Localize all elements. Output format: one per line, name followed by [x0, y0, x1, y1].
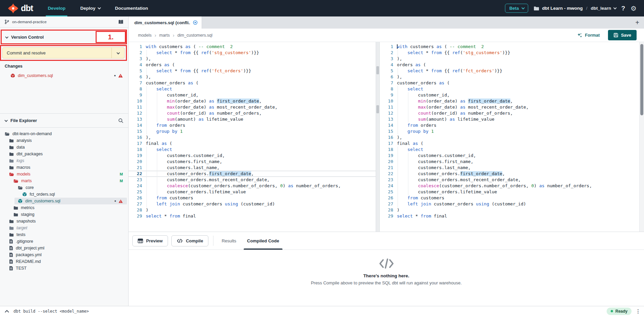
tree-item-test[interactable]: TEST: [0, 265, 128, 272]
code-line[interactable]: 11 max(order_date) as most_recent_order_…: [129, 104, 376, 110]
code-line[interactable]: 29select * from final: [380, 213, 639, 219]
code-line[interactable]: 25 customer_orders.lifetime_value: [380, 189, 639, 195]
code-line[interactable]: 13 sum(amount) as lifetime_value: [129, 116, 376, 122]
code-line[interactable]: 9 customer_id,: [380, 92, 639, 98]
code-line[interactable]: 20 customers.first_name,: [129, 159, 376, 165]
gear-icon[interactable]: ⚙: [631, 5, 637, 12]
dbt-logo[interactable]: dbt: [7, 3, 33, 14]
commit-and-resolve-button[interactable]: Commit and resolve: [2, 47, 125, 58]
code-line[interactable]: 15 group by 1: [129, 128, 376, 134]
code-line[interactable]: 3),: [380, 56, 639, 62]
tree-item-target[interactable]: target: [0, 225, 128, 231]
code-line[interactable]: 25 customer_orders.lifetime_value: [129, 189, 376, 195]
code-line[interactable]: 16),: [129, 134, 376, 141]
breadcrumb-models[interactable]: models: [138, 33, 151, 38]
project-selector[interactable]: dbt_learn: [591, 6, 616, 11]
code-line[interactable]: 24 coalesce(customer_orders.number_of_or…: [380, 183, 639, 189]
code-line[interactable]: 3),: [129, 56, 376, 62]
tree-item-fct-orders-sql[interactable]: fct_orders.sql: [0, 191, 128, 198]
code-line[interactable]: 1with customers as ( -- comment 2: [129, 44, 376, 50]
code-line[interactable]: 16),: [380, 134, 639, 141]
preview-button[interactable]: Preview: [132, 235, 168, 246]
code-line[interactable]: 20 customers.first_name,: [380, 159, 639, 165]
code-line[interactable]: 24 coalesce(customer_orders.number_of_or…: [129, 183, 376, 189]
scrollbar-thumb[interactable]: [376, 66, 379, 74]
breadcrumb-file[interactable]: dim_customers.sql: [177, 33, 212, 38]
code-line[interactable]: 14 from orders: [129, 122, 376, 128]
code-line[interactable]: 14 from orders: [380, 122, 639, 128]
tree-item-dbt-learn-on-demand[interactable]: dbt-learn-on-demand: [0, 130, 128, 137]
tree-item-dbt-project-yml[interactable]: dbt_project.yml: [0, 245, 128, 251]
help-icon[interactable]: ?: [621, 5, 625, 12]
code-line[interactable]: 27 left join customer_orders using (cust…: [380, 201, 639, 207]
code-line[interactable]: 13 sum(amount) as lifetime_value: [380, 116, 639, 122]
tree-item-macros[interactable]: macros: [0, 164, 128, 171]
docs-book-icon[interactable]: [118, 19, 124, 25]
commit-dropdown-toggle[interactable]: [111, 48, 124, 58]
tree-item-analysis[interactable]: analysis: [0, 137, 128, 144]
code-line[interactable]: 6),: [380, 74, 639, 80]
code-line[interactable]: 21 customers.last_name,: [129, 165, 376, 171]
code-line[interactable]: 2 select * from {{ ref('stg_customers')}…: [380, 50, 639, 56]
code-line[interactable]: 6),: [129, 74, 376, 80]
tree-item-snapshots[interactable]: snapshots: [0, 218, 128, 225]
branch-row[interactable]: on-demand-practice: [0, 16, 128, 28]
vertical-scrollbar[interactable]: [639, 42, 644, 232]
tree-item-staging[interactable]: staging: [0, 211, 128, 218]
nav-item-develop[interactable]: Develop: [47, 0, 66, 16]
chevron-up-icon[interactable]: [5, 310, 9, 313]
code-line[interactable]: 10 min(order_date) as first_order_date,: [380, 98, 639, 104]
code-line[interactable]: 9 customer_id,: [129, 92, 376, 98]
code-line[interactable]: 22 customer_orders.first_order_date,: [129, 171, 376, 177]
code-line[interactable]: 18 select: [129, 147, 376, 153]
code-editor-left[interactable]: 1with customers as ( -- comment 22 selec…: [129, 42, 376, 232]
code-line[interactable]: 7customer_orders as (: [129, 80, 376, 86]
new-tab-button[interactable]: +: [631, 19, 644, 27]
code-line[interactable]: 21 customers.last_name,: [380, 165, 639, 171]
code-line[interactable]: 8 select: [380, 86, 639, 92]
compile-button[interactable]: Compile: [171, 235, 208, 246]
code-line[interactable]: 11 max(order_date) as most_recent_order_…: [380, 104, 639, 110]
kebab-menu-icon[interactable]: ⋮: [636, 310, 641, 312]
tree-item-data[interactable]: data: [0, 144, 128, 151]
search-icon[interactable]: [118, 118, 124, 123]
code-line[interactable]: 12 count(order_id) as number_of_orders,: [129, 110, 376, 116]
code-line[interactable]: 18 select: [380, 147, 639, 153]
code-line[interactable]: 7customer_orders as (: [380, 80, 639, 86]
code-line[interactable]: 26 from customers: [380, 195, 639, 201]
tab-compiled-code[interactable]: Compiled Code: [244, 232, 282, 249]
scrollbar-thumb[interactable]: [640, 44, 643, 115]
beta-toggle[interactable]: Beta: [505, 4, 528, 13]
code-line[interactable]: 10 min(order_date) as first_order_date,: [129, 98, 376, 104]
tree-item-readme-md[interactable]: README.md: [0, 258, 128, 265]
code-line[interactable]: 5 select * from {{ ref('fct_orders')}}: [380, 68, 639, 74]
code-line[interactable]: 23 customer_orders.most_recent_order_dat…: [129, 177, 376, 183]
code-line[interactable]: 8 select: [129, 86, 376, 92]
code-line[interactable]: 23 customer_orders.most_recent_order_dat…: [380, 177, 639, 183]
tree-item-core[interactable]: core: [0, 184, 128, 191]
tree-item--gitignore[interactable]: .gitignore: [0, 238, 128, 245]
code-line[interactable]: 2 select * from {{ ref('stg_customers')}…: [129, 50, 376, 56]
tree-item-dbt-packages[interactable]: dbt_packages: [0, 151, 128, 157]
code-line[interactable]: 26 from customers: [129, 195, 376, 201]
save-button[interactable]: Save: [608, 30, 637, 40]
code-line[interactable]: 27 left join customer_orders using (cust…: [129, 201, 376, 207]
code-line[interactable]: 1with customers as ( -- comment 2: [380, 44, 639, 50]
code-line[interactable]: 4orders as (: [380, 62, 639, 68]
tree-item-dim-customers-sql[interactable]: dim_customers.sql•: [0, 198, 128, 204]
code-line[interactable]: 17final as (: [129, 141, 376, 147]
code-editor-right[interactable]: 1with customers as ( -- comment 22 selec…: [380, 42, 639, 232]
editor-divider-scrollbar[interactable]: [376, 42, 380, 232]
code-line[interactable]: 5 select * from {{ ref('fct_orders')}}: [129, 68, 376, 74]
tab-results[interactable]: Results: [218, 232, 239, 249]
code-line[interactable]: 4orders as (: [129, 62, 376, 68]
code-line[interactable]: 29select * from final: [129, 213, 376, 219]
code-line[interactable]: 19 customers.customer_id,: [380, 153, 639, 159]
tree-item-packages-yml[interactable]: packages.yml: [0, 251, 128, 258]
code-line[interactable]: 28): [380, 207, 639, 213]
breadcrumb-marts[interactable]: marts: [159, 33, 170, 38]
command-input[interactable]: dbt build --select <model_name>: [13, 309, 89, 314]
tree-item-marts[interactable]: martsM: [0, 177, 128, 184]
code-line[interactable]: 17final as (: [380, 141, 639, 147]
tab-dim-customers[interactable]: dim_customers.sql (confli...: [129, 16, 202, 29]
